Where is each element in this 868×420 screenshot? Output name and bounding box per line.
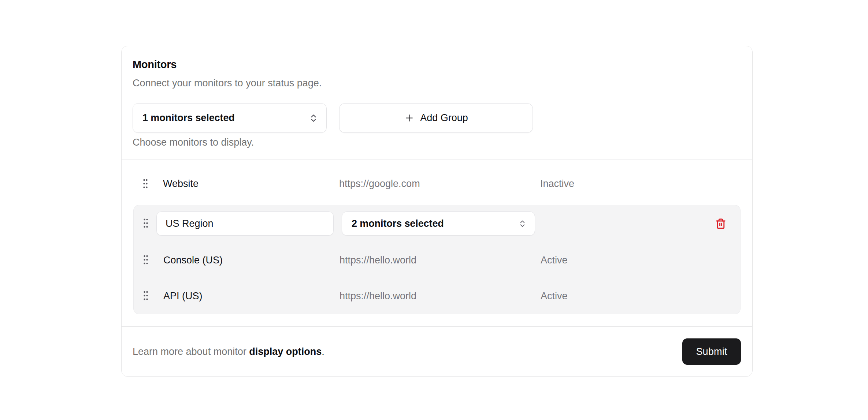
monitor-row: Console (US) https://hello.world Active	[134, 242, 740, 278]
monitor-url: https://hello.world	[340, 255, 541, 266]
card-header: Monitors Connect your monitors to your s…	[122, 46, 752, 160]
drag-handle-icon[interactable]	[139, 179, 152, 190]
group-monitors-select-value: 2 monitors selected	[352, 218, 444, 229]
group-monitors-select[interactable]: 2 monitors selected	[342, 211, 535, 236]
delete-group-button[interactable]	[715, 218, 726, 229]
monitors-select-value: 1 monitors selected	[142, 112, 235, 124]
learn-more-text: Learn more about monitor display options…	[133, 346, 324, 357]
monitor-url: https://google.com	[339, 178, 540, 190]
monitor-url: https://hello.world	[340, 290, 541, 302]
add-group-label: Add Group	[420, 112, 468, 124]
plus-icon	[404, 113, 415, 123]
group-header-row: 2 monitors selected	[134, 205, 740, 242]
monitors-select[interactable]: 1 monitors selected	[133, 103, 327, 133]
drag-handle-icon[interactable]	[140, 218, 152, 229]
monitor-group: 2 monitors selected Console (US)	[133, 205, 741, 314]
card-subtitle: Connect your monitors to your status pag…	[133, 78, 740, 88]
monitor-row: API (US) https://hello.world Active	[134, 278, 740, 314]
card-footer: Learn more about monitor display options…	[122, 327, 752, 376]
page-title: Monitors	[133, 58, 740, 71]
drag-handle-icon[interactable]	[140, 290, 152, 301]
drag-handle-icon[interactable]	[140, 255, 152, 266]
monitor-status: Active	[541, 255, 740, 266]
monitor-row: Website https://google.com Inactive	[122, 160, 752, 205]
monitor-status: Active	[541, 290, 740, 302]
monitor-status: Inactive	[540, 178, 752, 190]
learn-more-link[interactable]: display options	[249, 346, 322, 357]
helper-text: Choose monitors to display.	[133, 137, 740, 147]
monitor-name: API (US)	[152, 290, 340, 302]
chevron-up-down-icon	[518, 219, 527, 228]
monitor-name: Website	[152, 178, 339, 190]
monitor-name: Console (US)	[152, 255, 340, 266]
learn-more-prefix: Learn more about monitor	[133, 346, 249, 357]
group-name-input[interactable]	[156, 211, 334, 236]
group-rows: Console (US) https://hello.world Active …	[134, 242, 740, 314]
learn-more-period: .	[322, 346, 324, 357]
monitor-list: Website https://google.com Inactive 2 mo…	[122, 160, 752, 326]
chevron-up-down-icon	[309, 113, 318, 123]
monitors-card: Monitors Connect your monitors to your s…	[121, 46, 753, 377]
trash-icon	[715, 218, 726, 229]
add-group-button[interactable]: Add Group	[339, 103, 533, 133]
submit-button[interactable]: Submit	[682, 338, 741, 365]
controls-row: 1 monitors selected Add Group	[133, 103, 740, 133]
